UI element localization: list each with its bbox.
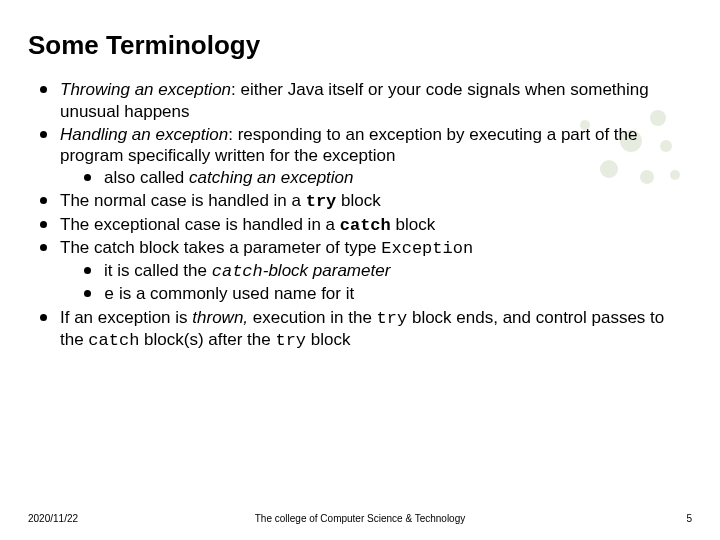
term-catching: catching an exception	[189, 168, 353, 187]
text: execution in the	[248, 308, 377, 327]
list-item: The normal case is handled in a try bloc…	[38, 190, 692, 213]
text: block	[336, 191, 380, 210]
text: block(s) after the	[139, 330, 275, 349]
list-item: Throwing an exception: either Java itsel…	[38, 79, 692, 123]
footer-page-number: 5	[686, 513, 692, 524]
slide-title: Some Terminology	[28, 30, 692, 61]
list-item: The catch block takes a parameter of typ…	[38, 237, 692, 305]
sub-list: it is called the catch-block parameter e…	[60, 260, 692, 306]
text: block	[391, 215, 435, 234]
code-e: e	[104, 285, 114, 304]
term-throwing: Throwing an exception	[60, 80, 231, 99]
text: it is called the	[104, 261, 212, 280]
list-item: Handling an exception: responding to an …	[38, 124, 692, 189]
list-item: If an exception is thrown, execution in …	[38, 307, 692, 353]
code-try: try	[377, 309, 408, 328]
text: also called	[104, 168, 189, 187]
sub-list: also called catching an exception	[60, 167, 692, 189]
code-exception: Exception	[381, 239, 473, 258]
list-item: The exceptional case is handled in a cat…	[38, 214, 692, 237]
code-catch: catch	[212, 262, 263, 281]
list-item: it is called the catch-block parameter	[82, 260, 692, 283]
list-item: e is a commonly used name for it	[82, 283, 692, 306]
footer-date: 2020/11/22	[28, 513, 78, 524]
code-try: try	[306, 192, 337, 211]
text: The exceptional case is handled in a	[60, 215, 340, 234]
text: If an exception is	[60, 308, 192, 327]
code-try: try	[275, 331, 306, 350]
text: The catch block takes a parameter of typ…	[60, 238, 381, 257]
text: is a commonly used name for it	[114, 284, 354, 303]
text: -block parameter	[263, 261, 391, 280]
bullet-list: Throwing an exception: either Java itsel…	[28, 79, 692, 352]
term-thrown: thrown,	[192, 308, 248, 327]
text: The normal case is handled in a	[60, 191, 306, 210]
code-catch: catch	[340, 216, 391, 235]
term-handling: Handling an exception	[60, 125, 228, 144]
code-catch: catch	[88, 331, 139, 350]
slide: Some Terminology Throwing an exception: …	[0, 0, 720, 540]
footer: 2020/11/22 The college of Computer Scien…	[28, 513, 692, 524]
list-item: also called catching an exception	[82, 167, 692, 189]
text: block	[306, 330, 350, 349]
footer-affiliation: The college of Computer Science & Techno…	[28, 513, 692, 524]
